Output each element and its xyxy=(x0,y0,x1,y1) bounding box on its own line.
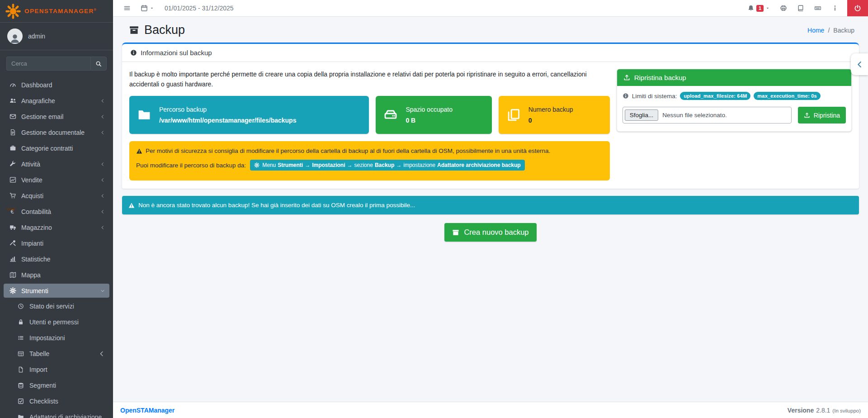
sidebar-item-vendite[interactable]: Vendite xyxy=(4,173,109,187)
chevron-left-icon xyxy=(100,194,105,198)
shortcuts-button[interactable] xyxy=(809,0,826,16)
sidebar-subitem-stato-dei-servizi[interactable]: Stato dei servizi xyxy=(4,299,109,313)
card-header: Informazioni sul backup xyxy=(122,44,859,62)
lock-icon xyxy=(15,319,26,325)
app-brand[interactable]: OSM OpenSTAManager® xyxy=(0,0,113,23)
sidebar-item-statistiche[interactable]: Statistiche xyxy=(4,252,109,266)
chart-bar-icon xyxy=(7,256,18,262)
cart-icon xyxy=(7,192,18,199)
brand-title: OpenSTAManager® xyxy=(24,8,97,14)
sidebar-subitem-adattatori-di-archiviazione[interactable]: Adattatori di archiviazione xyxy=(4,410,109,418)
sidebar-subitem-impostazioni[interactable]: Impostazioni xyxy=(4,331,109,345)
book-icon xyxy=(797,5,804,12)
sidebar-item-attivita[interactable]: Attività xyxy=(4,157,109,171)
gear-icon xyxy=(7,287,18,294)
calendar-dropdown[interactable] xyxy=(136,0,159,16)
sidebar-item-label: Adattatori di archiviazione xyxy=(29,413,106,418)
arrow-right-icon: → xyxy=(347,162,353,168)
avatar[interactable] xyxy=(7,28,23,44)
manual-button[interactable] xyxy=(792,0,809,16)
calendar-icon xyxy=(141,5,148,12)
sidebar-item-magazzino[interactable]: Magazzino xyxy=(4,220,109,234)
sidebar-item-label: Dashboard xyxy=(21,81,106,89)
sidebar-subitem-utenti-e-permessi[interactable]: Utenti e permessi xyxy=(4,315,109,329)
sidebar-item-label: Mappa xyxy=(21,271,106,279)
search-button[interactable] xyxy=(90,57,107,71)
search-input[interactable] xyxy=(6,57,90,71)
no-backup-alert-text: Non è ancora stato trovato alcun backup!… xyxy=(138,202,415,209)
sidebar-item-gestione-documentale[interactable]: Gestione documentale xyxy=(4,125,109,139)
hdd-icon xyxy=(376,108,406,122)
info-boxes-row: Percorso backup /var/www/html/openstaman… xyxy=(129,96,610,134)
caret-down-icon xyxy=(765,6,770,10)
info-circle-icon xyxy=(130,49,137,56)
right-panel-toggle[interactable] xyxy=(851,53,868,75)
info-circle-icon xyxy=(623,93,629,99)
table-icon xyxy=(15,351,26,357)
sidebar-toggle-button[interactable] xyxy=(118,0,136,16)
sidebar-item-dashboard[interactable]: Dashboard xyxy=(4,78,109,92)
create-backup-wrap: Crea nuovo backup xyxy=(113,223,868,242)
check-square-icon xyxy=(15,398,26,404)
print-button[interactable] xyxy=(775,0,792,16)
footer-brand-link[interactable]: OpenSTAManager xyxy=(120,407,175,414)
sidebar-subitem-import[interactable]: Import xyxy=(4,363,109,376)
breadcrumb-current: Backup xyxy=(833,27,854,34)
chart-line-icon xyxy=(7,176,18,183)
navbar-right: 1 xyxy=(742,0,868,16)
logout-button[interactable] xyxy=(847,0,868,16)
sidebar-item-anagrafiche[interactable]: Anagrafiche xyxy=(4,94,109,108)
sidebar-subitem-checklists[interactable]: Checklists xyxy=(4,394,109,408)
sidebar-item-impianti[interactable]: Impianti xyxy=(4,236,109,250)
restore-button[interactable]: Ripristina xyxy=(798,107,846,124)
person-icon xyxy=(9,32,21,44)
notifications-dropdown[interactable]: 1 xyxy=(742,0,775,16)
backup-count-box: Numero backup 0 xyxy=(499,96,610,134)
sidebar-item-label: Tabelle xyxy=(29,350,99,357)
sidebar-search xyxy=(6,57,107,71)
breadcrumb-home-link[interactable]: Home xyxy=(807,27,824,34)
sidebar-item-acquisti[interactable]: Acquisti xyxy=(4,189,109,203)
page-title: Backup xyxy=(129,23,185,37)
date-range[interactable]: 01/01/2025 - 31/12/2025 xyxy=(165,5,234,12)
caret-down-icon xyxy=(150,6,154,10)
chevron-left-icon xyxy=(99,351,105,357)
sidebar-item-label: Attività xyxy=(21,161,100,168)
settings-path-badge[interactable]: Menu Strumenti → Impostazioni → sezione … xyxy=(250,160,525,171)
sidebar-item-label: Categorie contratti xyxy=(21,145,106,152)
folder-icon xyxy=(15,414,26,418)
sidebar-item-mappa[interactable]: Mappa xyxy=(4,268,109,282)
sidebar-subitem-segmenti[interactable]: Segmenti xyxy=(4,379,109,392)
tools-icon xyxy=(7,240,18,247)
sidebar-item-label: Checklists xyxy=(29,398,106,405)
file-icon xyxy=(15,366,26,373)
create-backup-button[interactable]: Crea nuovo backup xyxy=(444,223,536,242)
sidebar-item-label: Contabilità xyxy=(21,208,100,215)
backup-file-input[interactable]: Sfoglia... Nessun file selezionato. xyxy=(623,107,792,124)
arrow-right-icon: → xyxy=(305,162,310,168)
sidebar-item-label: Strumenti xyxy=(21,287,100,294)
browse-button[interactable]: Sfoglia... xyxy=(625,109,659,121)
backup-path-value: /var/www/html/openstamanager/files/backu… xyxy=(159,117,296,124)
card-body: Il backup è molto importante perché perm… xyxy=(122,62,859,189)
archive-icon xyxy=(129,25,139,35)
keyboard-icon xyxy=(814,5,821,12)
limits-label: Limiti di sistema: xyxy=(632,93,677,100)
backup-path-label: Percorso backup xyxy=(159,106,296,113)
info-button[interactable] xyxy=(826,0,844,16)
sidebar-subitem-tabelle[interactable]: Tabelle xyxy=(4,347,109,361)
truck-icon xyxy=(7,224,18,231)
sidebar-item-gestione-email[interactable]: Gestione email xyxy=(4,109,109,124)
restore-card-header: Ripristina backup xyxy=(617,69,851,86)
app-logo-icon xyxy=(5,4,21,19)
sidebar-item-categorie-contratti[interactable]: Categorie contratti xyxy=(4,141,109,155)
sidebar-item-strumenti[interactable]: Strumenti xyxy=(4,284,109,298)
footer: OpenSTAManager Versione 2.8.1 (In svilup… xyxy=(113,402,868,418)
main-content: Backup Home / Backup Informazioni sul ba… xyxy=(113,0,868,242)
logo-abbr: OSM xyxy=(6,207,15,211)
user-name[interactable]: admin xyxy=(28,33,45,40)
users-icon xyxy=(7,97,18,104)
sidebar-item-contabilita[interactable]: €Contabilità xyxy=(4,204,109,218)
printer-icon xyxy=(780,5,787,12)
card-right-column: Ripristina backup Limiti di sistema: upl… xyxy=(617,69,852,180)
